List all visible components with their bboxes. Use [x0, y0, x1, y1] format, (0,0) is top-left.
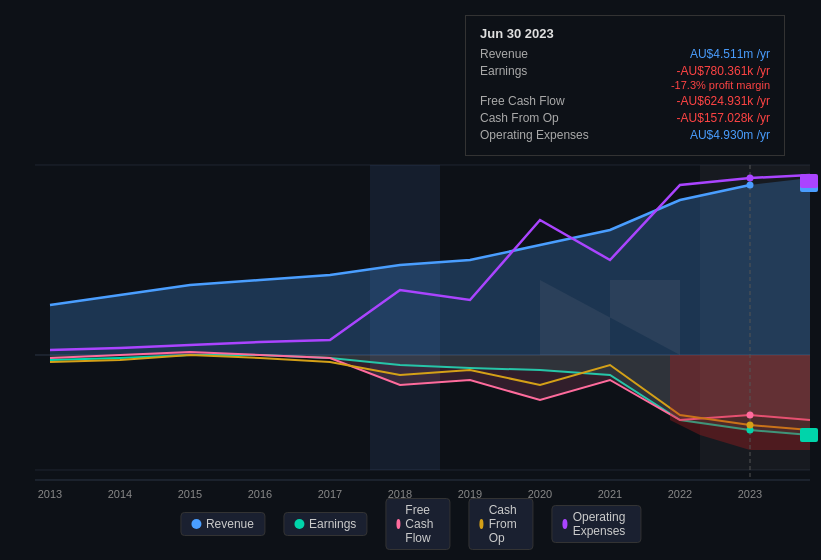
svg-text:2014: 2014	[108, 488, 132, 500]
svg-point-13	[747, 182, 754, 189]
tooltip-label-fcf: Free Cash Flow	[480, 94, 565, 108]
tooltip-value-revenue: AU$4.511m /yr	[690, 47, 770, 61]
legend-item-opex[interactable]: Operating Expenses	[551, 505, 641, 543]
legend-dot-cashop	[479, 519, 483, 529]
tooltip-value-opex: AU$4.930m /yr	[690, 128, 770, 142]
tooltip-row-opex: Operating Expenses AU$4.930m /yr	[480, 128, 770, 142]
svg-marker-10	[540, 280, 680, 355]
legend-label-opex: Operating Expenses	[573, 510, 630, 538]
tooltip-row-revenue: Revenue AU$4.511m /yr	[480, 47, 770, 61]
tooltip-box: Jun 30 2023 Revenue AU$4.511m /yr Earnin…	[465, 15, 785, 156]
legend-label-fcf: Free Cash Flow	[405, 503, 439, 545]
tooltip-row-earnings: Earnings -AU$780.361k /yr	[480, 64, 770, 78]
tooltip-date: Jun 30 2023	[480, 26, 770, 41]
tooltip-value-cashop: -AU$157.028k /yr	[677, 111, 770, 125]
svg-rect-19	[800, 174, 818, 188]
legend-dot-opex	[562, 519, 567, 529]
legend-dot-revenue	[191, 519, 201, 529]
svg-text:2022: 2022	[668, 488, 692, 500]
legend-label-earnings: Earnings	[309, 517, 356, 531]
chart-legend: Revenue Earnings Free Cash Flow Cash Fro…	[180, 498, 641, 550]
tooltip-label-revenue: Revenue	[480, 47, 528, 61]
tooltip-label-cashop: Cash From Op	[480, 111, 559, 125]
tooltip-label-earnings: Earnings	[480, 64, 527, 78]
svg-point-16	[747, 412, 754, 419]
legend-dot-fcf	[396, 519, 400, 529]
svg-point-14	[747, 175, 754, 182]
tooltip-label-opex: Operating Expenses	[480, 128, 589, 142]
tooltip-value-fcf: -AU$624.931k /yr	[677, 94, 770, 108]
svg-text:2023: 2023	[738, 488, 762, 500]
tooltip-profit-margin: -17.3% profit margin	[480, 79, 770, 91]
tooltip-row-cashop: Cash From Op -AU$157.028k /yr	[480, 111, 770, 125]
legend-item-cashop[interactable]: Cash From Op	[468, 498, 533, 550]
svg-rect-20	[800, 428, 818, 442]
legend-item-fcf[interactable]: Free Cash Flow	[385, 498, 450, 550]
svg-point-17	[747, 422, 754, 429]
tooltip-row-fcf: Free Cash Flow -AU$624.931k /yr	[480, 94, 770, 108]
legend-item-earnings[interactable]: Earnings	[283, 512, 367, 536]
legend-label-cashop: Cash From Op	[489, 503, 523, 545]
tooltip-value-earnings: -AU$780.361k /yr	[677, 64, 770, 78]
svg-text:2013: 2013	[38, 488, 62, 500]
legend-label-revenue: Revenue	[206, 517, 254, 531]
legend-item-revenue[interactable]: Revenue	[180, 512, 265, 536]
chart-container: Jun 30 2023 Revenue AU$4.511m /yr Earnin…	[0, 0, 821, 560]
legend-dot-earnings	[294, 519, 304, 529]
